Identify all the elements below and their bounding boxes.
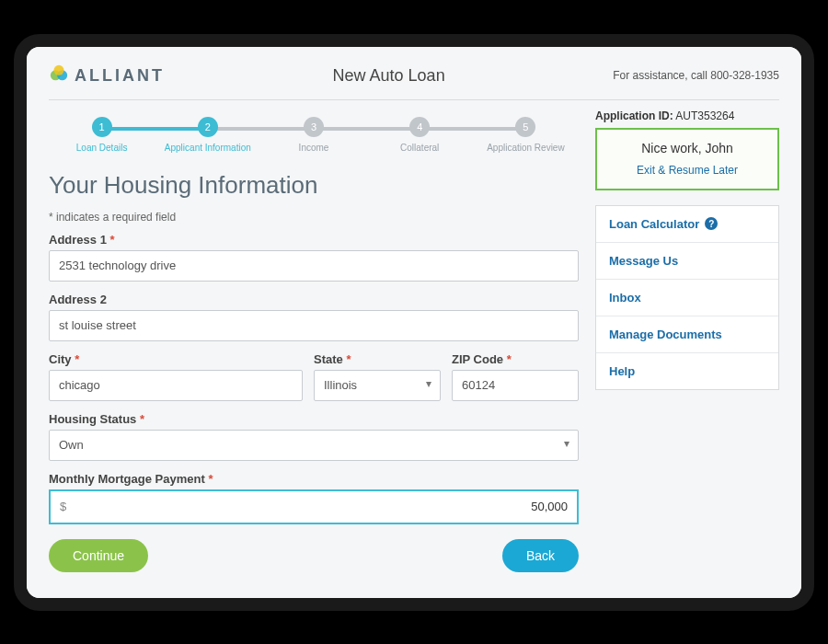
field-housing-status: Housing Status * Own	[49, 412, 579, 461]
sidebar-link-manage-documents[interactable]: Manage Documents	[596, 316, 778, 353]
currency-prefix: $	[51, 500, 75, 513]
state-label: State *	[314, 352, 441, 366]
button-row: Continue Back	[49, 539, 579, 572]
step-applicant-info[interactable]: 2 Applicant Information	[155, 117, 260, 153]
mortgage-input-wrap: $	[49, 489, 579, 524]
city-label: City *	[49, 352, 303, 366]
step-circle: 4	[409, 117, 430, 137]
required-icon: *	[110, 233, 115, 247]
step-label: Collateral	[400, 143, 439, 153]
state-select[interactable]: Illinois	[314, 370, 441, 401]
required-icon: *	[507, 352, 512, 366]
svg-point-2	[54, 64, 64, 75]
housing-status-label: Housing Status *	[49, 412, 579, 426]
back-button[interactable]: Back	[502, 539, 579, 572]
address2-input[interactable]	[49, 310, 579, 341]
field-address1: Address 1 *	[49, 233, 579, 282]
section-heading: Your Housing Information	[49, 171, 579, 200]
step-income[interactable]: 3 Income	[260, 117, 366, 153]
required-icon: *	[75, 352, 79, 366]
assistance-text: For assistance, call 800-328-1935	[613, 69, 779, 82]
field-zip: ZIP Code *	[452, 352, 579, 401]
step-circle: 1	[92, 117, 112, 137]
zip-label: ZIP Code *	[452, 352, 579, 366]
mortgage-input[interactable]	[75, 491, 577, 523]
city-state-zip-row: City * State * Illinois	[49, 352, 579, 412]
housing-status-select[interactable]: Own	[49, 430, 579, 461]
step-application-review[interactable]: 5 Application Review	[473, 117, 579, 153]
city-input[interactable]	[49, 370, 303, 401]
tablet-frame: ALLIANT New Auto Loan For assistance, ca…	[14, 34, 814, 611]
content-area: 1 Loan Details 2 Applicant Information 3…	[49, 109, 779, 572]
field-city: City *	[49, 352, 303, 401]
page-title: New Auto Loan	[333, 66, 445, 86]
zip-input[interactable]	[452, 370, 579, 401]
sidebar-links: Loan Calculator ? Message Us Inbox Manag…	[595, 205, 779, 390]
step-collateral[interactable]: 4 Collateral	[367, 117, 473, 153]
app-screen: ALLIANT New Auto Loan For assistance, ca…	[27, 47, 801, 598]
exit-resume-link[interactable]: Exit & Resume Later	[637, 164, 738, 177]
address2-label: Address 2	[49, 293, 579, 306]
step-circle: 3	[304, 117, 324, 137]
address1-label: Address 1 *	[49, 233, 579, 247]
greeting-text: Nice work, John	[608, 141, 766, 155]
step-loan-details[interactable]: 1 Loan Details	[49, 117, 155, 153]
logo-icon	[49, 63, 69, 88]
progress-stepper: 1 Loan Details 2 Applicant Information 3…	[49, 117, 579, 153]
header: ALLIANT New Auto Loan For assistance, ca…	[49, 63, 779, 100]
required-icon: *	[140, 412, 144, 426]
step-label: Applicant Information	[165, 143, 251, 153]
sidebar-link-message-us[interactable]: Message Us	[596, 243, 778, 280]
brand-logo[interactable]: ALLIANT	[49, 63, 165, 88]
required-note: * indicates a required field	[49, 211, 579, 224]
required-icon: *	[346, 352, 351, 366]
info-icon: ?	[705, 217, 718, 230]
sidebar-link-loan-calculator[interactable]: Loan Calculator ?	[596, 206, 778, 243]
application-id: Application ID: AUT353264	[595, 109, 779, 122]
continue-button[interactable]: Continue	[49, 539, 148, 572]
step-label: Loan Details	[76, 143, 128, 153]
step-label: Application Review	[487, 143, 565, 153]
brand-name: ALLIANT	[75, 66, 165, 86]
field-address2: Address 2	[49, 293, 579, 341]
sidebar-link-inbox[interactable]: Inbox	[596, 280, 778, 316]
main-column: 1 Loan Details 2 Applicant Information 3…	[49, 109, 579, 572]
mortgage-label: Monthly Mortgage Payment *	[49, 472, 579, 486]
address1-input[interactable]	[49, 250, 579, 282]
field-mortgage-payment: Monthly Mortgage Payment * $	[49, 472, 579, 524]
step-circle: 5	[515, 117, 535, 137]
field-state: State * Illinois	[314, 352, 441, 401]
required-icon: *	[208, 472, 213, 486]
step-circle: 2	[198, 117, 218, 137]
sidebar-link-help[interactable]: Help	[596, 353, 778, 389]
greeting-box: Nice work, John Exit & Resume Later	[595, 128, 779, 190]
sidebar: Application ID: AUT353264 Nice work, Joh…	[595, 109, 779, 572]
step-label: Income	[299, 143, 329, 153]
